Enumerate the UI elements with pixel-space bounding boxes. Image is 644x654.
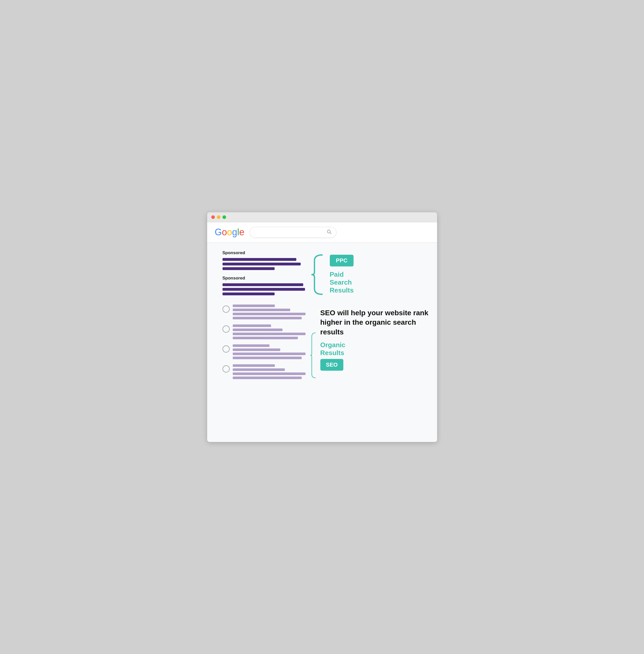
sponsored-label-2: Sponsored: [223, 276, 309, 281]
title-bar: [207, 212, 437, 222]
organic-label-area: OrganicResults SEO: [320, 341, 430, 371]
ppc-labels: PPC Paid Search Results: [330, 255, 354, 295]
organic-lines-2: [233, 324, 309, 341]
lav-bar-1c: [233, 313, 305, 315]
lav-bar-1a: [233, 305, 275, 307]
purple-bar-2c: [223, 293, 275, 295]
organic-item-4: [223, 364, 309, 381]
logo-o2: o: [227, 227, 232, 237]
purple-bar-1b: [223, 263, 301, 266]
svg-line-1: [330, 232, 331, 234]
organic-item-1: [223, 305, 309, 321]
purple-bar-2a: [223, 283, 303, 286]
annotations-column: PPC Paid Search Results SEO will help yo…: [309, 250, 430, 434]
organic-lines-1: [233, 305, 309, 321]
purple-bar-2b: [223, 288, 305, 291]
logo-l: l: [237, 227, 239, 237]
organic-lines-3: [233, 344, 309, 361]
lav-bar-3b: [233, 348, 280, 351]
search-input[interactable]: [254, 230, 326, 234]
sponsored-section-2: Sponsored: [223, 276, 309, 295]
lav-bar-4b: [233, 368, 285, 371]
sponsored-label-1: Sponsored: [223, 250, 309, 255]
seo-badge: SEO: [320, 359, 343, 371]
search-bar[interactable]: [250, 227, 337, 238]
google-logo: Google: [215, 228, 245, 237]
purple-bar-1c: [223, 267, 275, 270]
ppc-annotation-area: PPC Paid Search Results: [309, 253, 430, 296]
lav-bar-3c: [233, 353, 305, 355]
results-column: Sponsored Sponsored: [223, 250, 309, 434]
ppc-brace-icon: [309, 253, 327, 296]
lav-bar-2d: [233, 337, 298, 339]
lav-bar-1d: [233, 317, 302, 319]
seo-labels: SEO will help your website rank higher i…: [320, 306, 430, 371]
seo-annotation-area: SEO will help your website rank higher i…: [309, 306, 430, 405]
lav-bar-3d: [233, 357, 302, 359]
logo-g2: g: [232, 227, 237, 237]
lav-bar-2a: [233, 324, 271, 327]
search-icon: [326, 229, 331, 235]
minimize-button[interactable]: [217, 216, 221, 219]
lav-bar-2b: [233, 329, 282, 331]
logo-e: e: [239, 227, 245, 237]
organic-item-3: [223, 344, 309, 361]
seo-brace-icon: [309, 306, 318, 405]
lav-bar-1b: [233, 309, 290, 311]
purple-bar-1a: [223, 258, 296, 261]
lav-bar-4d: [233, 377, 302, 379]
paid-search-label: Paid Search Results: [330, 271, 354, 295]
lav-bar-3a: [233, 344, 270, 347]
browser-content: Google Sponsored: [207, 222, 437, 442]
organic-label: OrganicResults: [320, 341, 430, 357]
organic-circle-3: [223, 345, 230, 353]
organic-item-2: [223, 324, 309, 341]
seo-description: SEO will help your website rank higher i…: [320, 308, 430, 337]
sponsored-section-1: Sponsored: [223, 250, 309, 270]
logo-g: G: [215, 227, 222, 237]
lav-bar-4a: [233, 364, 275, 367]
ppc-badge: PPC: [330, 255, 354, 267]
organic-circle-1: [223, 306, 230, 313]
main-content: Sponsored Sponsored: [207, 243, 437, 442]
close-button[interactable]: [211, 216, 215, 219]
lav-bar-4c: [233, 373, 305, 375]
browser-window: Google Sponsored: [207, 212, 437, 442]
organic-lines-4: [233, 364, 309, 381]
maximize-button[interactable]: [223, 216, 226, 219]
google-header: Google: [207, 222, 437, 243]
logo-o1: o: [222, 227, 227, 237]
organic-circle-4: [223, 365, 230, 373]
organic-circle-2: [223, 325, 230, 333]
lav-bar-2c: [233, 333, 305, 335]
